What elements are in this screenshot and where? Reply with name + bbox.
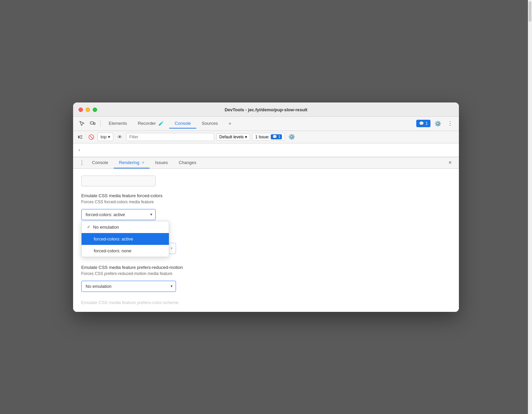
devtools-window: DevTools - jec.fyi/demo/pup-slow-result …: [73, 102, 459, 312]
issue-count-badge: 💬 1: [271, 134, 282, 139]
svg-rect-2: [78, 136, 80, 138]
badge-count: 1: [425, 121, 428, 126]
maximize-button[interactable]: [93, 108, 97, 112]
main-toolbar: Elements Recorder 🧪 Console Sources » 💬 …: [73, 117, 459, 131]
issues-button[interactable]: 1 Issue: 💬 1: [252, 133, 285, 141]
forced-colors-title: Emulate CSS media feature forced-colors: [81, 193, 451, 198]
log-levels-arrow: ▾: [245, 135, 247, 139]
message-badge-button[interactable]: 💬 1: [416, 120, 430, 127]
close-panel-button[interactable]: ×: [445, 158, 455, 167]
tab-area: Elements Recorder 🧪 Console Sources »: [103, 119, 415, 129]
prefers-reduced-motion-title: Emulate CSS media feature prefers-reduce…: [81, 265, 451, 270]
tab-issues-panel[interactable]: Issues: [150, 157, 173, 168]
svg-rect-1: [94, 123, 95, 124]
console-settings-button[interactable]: ⚙️: [287, 132, 296, 142]
more-options-button[interactable]: ⋮: [445, 119, 455, 128]
svg-rect-0: [90, 122, 93, 124]
device-toggle-icon[interactable]: [88, 119, 97, 128]
minimize-button[interactable]: [86, 108, 90, 112]
title-bar: DevTools - jec.fyi/demo/pup-slow-result: [73, 102, 459, 117]
inspect-icon[interactable]: [77, 119, 87, 128]
tab-console[interactable]: Console: [169, 119, 196, 129]
forced-colors-select[interactable]: No emulation forced-colors: active force…: [81, 209, 156, 220]
hidden-section: [81, 176, 156, 186]
console-input-area: ›: [73, 143, 459, 157]
tab-more[interactable]: »: [223, 119, 237, 129]
log-levels-dropdown[interactable]: Default levels ▾: [216, 133, 250, 141]
sidebar-toggle-icon[interactable]: [76, 133, 85, 141]
toolbar-right: 💬 1 ⚙️ ⋮: [416, 119, 455, 128]
tab-elements[interactable]: Elements: [103, 119, 132, 129]
close-button[interactable]: [79, 108, 83, 112]
filter-input[interactable]: [126, 133, 214, 141]
window-title: DevTools - jec.fyi/demo/pup-slow-result: [225, 107, 308, 112]
console-prompt[interactable]: ›: [79, 147, 80, 153]
tab-console-panel[interactable]: Console: [87, 157, 114, 168]
clear-console-icon[interactable]: 🚫: [87, 133, 95, 141]
tab-changes-panel[interactable]: Changes: [173, 157, 202, 168]
divider-1: [100, 120, 101, 127]
popup-item-no-emulation[interactable]: No emulation: [82, 221, 169, 233]
prefers-reduced-motion-section: Emulate CSS media feature prefers-reduce…: [81, 265, 451, 299]
eye-icon[interactable]: 👁: [115, 133, 124, 141]
rendering-panel-content: Emulate CSS media feature forced-colors …: [73, 169, 459, 312]
bottom-panel: ⋮ Console Rendering × Issues Changes × E…: [73, 157, 459, 312]
settings-button[interactable]: ⚙️: [433, 119, 443, 128]
popup-item-forced-none[interactable]: forced-colors: none: [82, 245, 169, 257]
traffic-lights: [79, 108, 97, 112]
next-section-partial: Emulate CSS media feature prefers-color-…: [81, 300, 451, 305]
panel-more-icon[interactable]: ⋮: [77, 158, 87, 167]
forced-colors-desc: Forces CSS forced-colors media feature: [81, 200, 451, 204]
prefers-reduced-motion-select[interactable]: No emulation: [81, 281, 176, 292]
log-levels-label: Default levels: [219, 135, 244, 139]
context-label: top: [101, 134, 107, 139]
issue-label: 1 Issue:: [255, 135, 269, 139]
prefers-contrast-dropdown-arrow: ▾: [171, 246, 173, 251]
forced-colors-dropdown-container: No emulation forced-colors: active force…: [81, 209, 156, 220]
tab-recorder[interactable]: Recorder 🧪: [132, 119, 169, 129]
console-toolbar: 🚫 top ▾ 👁 Default levels ▾ 1 Issue: 💬 1 …: [73, 131, 459, 143]
popup-item-forced-active[interactable]: forced-colors: active: [82, 233, 169, 245]
tab-rendering-panel[interactable]: Rendering ×: [114, 157, 150, 168]
rendering-tab-close[interactable]: ×: [142, 160, 144, 165]
context-selector[interactable]: top ▾: [97, 133, 113, 141]
prefers-reduced-motion-dropdown-container: No emulation ▾: [81, 281, 176, 292]
panel-tab-bar: ⋮ Console Rendering × Issues Changes ×: [73, 157, 459, 169]
context-dropdown-arrow: ▾: [108, 134, 110, 139]
forced-colors-section: Emulate CSS media feature forced-colors …: [81, 193, 451, 227]
dropdown-popup: No emulation forced-colors: active force…: [81, 221, 169, 257]
tab-sources[interactable]: Sources: [196, 119, 223, 129]
prefers-reduced-motion-desc: Forces CSS prefers-reduced-motion media …: [81, 271, 451, 276]
